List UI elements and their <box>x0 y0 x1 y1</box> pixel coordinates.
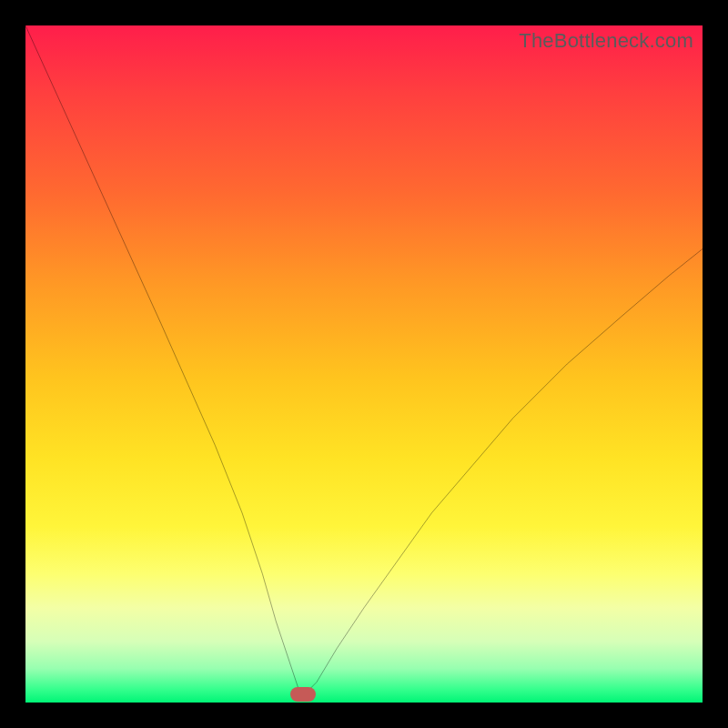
chart-frame: TheBottleneck.com <box>0 0 728 728</box>
optimum-marker <box>290 687 316 702</box>
bottleneck-curve <box>25 25 703 703</box>
plot-area: TheBottleneck.com <box>25 25 703 703</box>
curve-path <box>25 25 703 693</box>
